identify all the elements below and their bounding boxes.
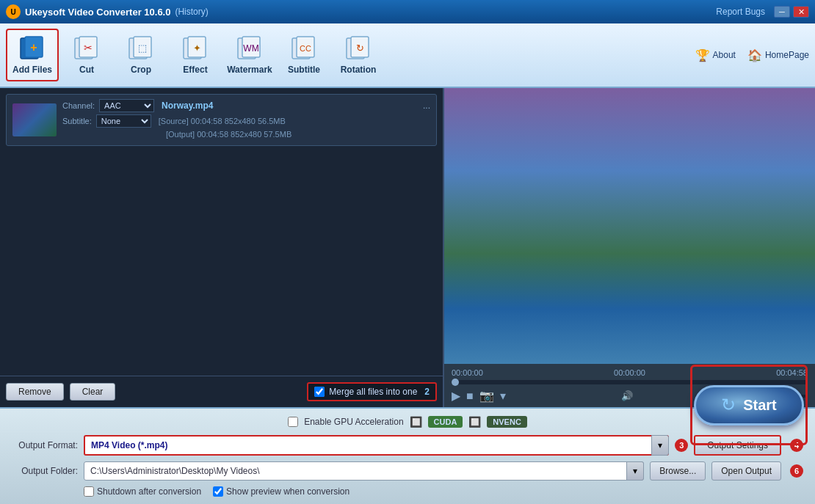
close-button[interactable]: ✕ bbox=[793, 6, 809, 18]
time-start: 00:00:00 bbox=[452, 368, 483, 377]
file-options-dots[interactable]: ... bbox=[423, 101, 430, 111]
cut-label: Cut bbox=[79, 65, 94, 75]
file-list-area: Channel: AAC Stereo Mono Norway.mp4 ... … bbox=[0, 88, 443, 376]
format-num-badge: 3 bbox=[675, 439, 688, 452]
clear-button[interactable]: Clear bbox=[70, 383, 116, 401]
output-info: [Output] 00:04:58 852x480 57.5MB bbox=[166, 130, 291, 139]
shutdown-label: Shutdown after conversion bbox=[97, 486, 201, 497]
progress-thumb bbox=[452, 379, 459, 386]
toolbar-effect[interactable]: ✦ Effect bbox=[169, 29, 222, 81]
toolbar-rotation[interactable]: ↻ Rotation bbox=[332, 29, 385, 81]
channel-label: Channel: bbox=[62, 101, 95, 110]
minimize-button[interactable]: ─ bbox=[774, 6, 790, 18]
format-select-wrap: MP4 Video (*.mp4) AVI Video (*.avi) MKV … bbox=[84, 435, 669, 456]
preview-option: Show preview when conversion bbox=[213, 486, 349, 497]
format-row: Output Format: MP4 Video (*.mp4) AVI Vid… bbox=[12, 435, 803, 456]
subtitle-select[interactable]: None English French bbox=[96, 114, 151, 128]
about-label: About bbox=[713, 50, 736, 60]
options-row: Shutdown after conversion Show preview w… bbox=[12, 486, 803, 497]
app-name: Ukeysoft Video Converter 10.6.0 bbox=[25, 7, 170, 18]
gpu-label: Enable GPU Acceleration bbox=[304, 417, 403, 427]
shutdown-option: Shutdown after conversion bbox=[84, 486, 201, 497]
cuda-badge: CUDA bbox=[428, 416, 463, 428]
start-icon: ↻ bbox=[721, 395, 736, 415]
start-button[interactable]: ↻ Start bbox=[694, 385, 804, 426]
subtitle-meta-label: Subtitle: bbox=[62, 117, 92, 125]
nvenc-badge: NVENC bbox=[487, 416, 527, 428]
file-meta-row-2: Subtitle: None English French [Source] 0… bbox=[62, 114, 430, 128]
merge-area: Merge all files into one 2 bbox=[307, 382, 437, 401]
history-label[interactable]: (History) bbox=[175, 7, 208, 17]
toolbar-right: 🏆 About 🏠 HomePage bbox=[695, 48, 809, 62]
gpu-icon-1: 🔲 bbox=[410, 416, 422, 428]
folder-select[interactable]: C:\Users\Administrator\Desktop\My Videos… bbox=[84, 461, 644, 481]
report-bugs-link[interactable]: Report Bugs bbox=[716, 7, 765, 17]
about-icon: 🏆 bbox=[695, 48, 710, 62]
svg-text:↻: ↻ bbox=[356, 43, 364, 54]
stop-button[interactable]: ■ bbox=[466, 390, 474, 403]
rotation-label: Rotation bbox=[341, 65, 377, 75]
file-meta-row-1: Channel: AAC Stereo Mono Norway.mp4 ... bbox=[62, 99, 430, 112]
time-mid: 00:00:00 bbox=[614, 368, 645, 377]
app-logo: U bbox=[6, 4, 21, 19]
folder-dropdown-arrow[interactable]: ▾ bbox=[626, 461, 644, 481]
shutdown-checkbox[interactable] bbox=[84, 486, 94, 497]
about-link[interactable]: 🏆 About bbox=[695, 48, 736, 62]
file-item: Channel: AAC Stereo Mono Norway.mp4 ... … bbox=[6, 94, 437, 146]
video-preview bbox=[444, 88, 815, 364]
merge-checkbox[interactable] bbox=[314, 387, 325, 397]
channel-select[interactable]: AAC Stereo Mono bbox=[99, 99, 154, 112]
content-area: Channel: AAC Stereo Mono Norway.mp4 ... … bbox=[0, 88, 815, 407]
watermark-icon: WM bbox=[236, 35, 263, 62]
svg-text:CC: CC bbox=[300, 44, 311, 53]
merge-label: Merge all files into one bbox=[329, 387, 417, 397]
file-meta: Channel: AAC Stereo Mono Norway.mp4 ... … bbox=[62, 99, 430, 141]
volume-button[interactable]: 🔊 bbox=[621, 390, 633, 401]
play-button[interactable]: ▶ bbox=[452, 389, 460, 403]
crop-label: Crop bbox=[131, 65, 151, 75]
folder-row: Output Folder: C:\Users\Administrator\De… bbox=[12, 461, 803, 481]
homepage-link[interactable]: 🏠 HomePage bbox=[747, 48, 809, 62]
add-files-label: Add Files bbox=[12, 65, 52, 75]
rotation-icon: ↻ bbox=[345, 35, 372, 62]
app: U Ukeysoft Video Converter 10.6.0 (Histo… bbox=[0, 0, 815, 504]
folder-label: Output Folder: bbox=[12, 466, 78, 476]
format-dropdown-arrow[interactable]: ▾ bbox=[651, 435, 669, 456]
start-button-wrap: ↻ Start bbox=[690, 365, 808, 445]
cut-icon: ✂ bbox=[73, 35, 100, 62]
file-meta-row-3: [Output] 00:04:58 852x480 57.5MB bbox=[62, 130, 430, 139]
toolbar-add-files[interactable]: + Add Files bbox=[6, 29, 59, 81]
svg-text:✂: ✂ bbox=[84, 42, 93, 54]
homepage-label: HomePage bbox=[765, 50, 809, 60]
source-info: [Source] 00:04:58 852x480 56.5MB bbox=[159, 117, 286, 125]
preview-checkbox[interactable] bbox=[213, 486, 223, 497]
toolbar-crop[interactable]: ⬚ Crop bbox=[115, 29, 167, 81]
open-output-button[interactable]: Open Output bbox=[711, 461, 781, 481]
file-thumb-image bbox=[12, 103, 57, 136]
preview-label: Show preview when conversion bbox=[226, 486, 349, 497]
crop-icon: ⬚ bbox=[128, 35, 154, 62]
titlebar: U Ukeysoft Video Converter 10.6.0 (Histo… bbox=[0, 0, 815, 23]
subtitle-icon: CC bbox=[291, 35, 317, 62]
format-label: Output Format: bbox=[12, 440, 78, 450]
toolbar-cut[interactable]: ✂ Cut bbox=[60, 29, 113, 81]
gpu-checkbox[interactable] bbox=[288, 417, 298, 427]
toolbar-watermark[interactable]: WM Watermark bbox=[223, 29, 276, 81]
titlebar-right: Report Bugs ─ ✕ bbox=[716, 6, 809, 18]
svg-text:WM: WM bbox=[243, 43, 258, 54]
gpu-icon-2: 🔲 bbox=[468, 416, 481, 428]
add-files-icon: + bbox=[19, 35, 46, 62]
merge-num: 2 bbox=[424, 387, 430, 397]
screenshot-button[interactable]: 📷 bbox=[479, 389, 494, 403]
toolbar-subtitle[interactable]: CC Subtitle bbox=[278, 29, 330, 81]
effect-icon: ✦ bbox=[182, 35, 209, 62]
effect-label: Effect bbox=[183, 65, 207, 75]
remove-button[interactable]: Remove bbox=[6, 383, 64, 401]
titlebar-left: U Ukeysoft Video Converter 10.6.0 (Histo… bbox=[6, 4, 209, 19]
browse-button[interactable]: Browse... bbox=[650, 461, 706, 481]
file-thumbnail bbox=[12, 103, 57, 136]
toolbar: + Add Files ✂ Cut ⬚ Crop ✦ Effect WM bbox=[0, 23, 815, 88]
screenshot-dropdown[interactable]: ▾ bbox=[500, 389, 506, 403]
format-select[interactable]: MP4 Video (*.mp4) AVI Video (*.avi) MKV … bbox=[84, 435, 669, 456]
subtitle-label: Subtitle bbox=[288, 65, 320, 75]
